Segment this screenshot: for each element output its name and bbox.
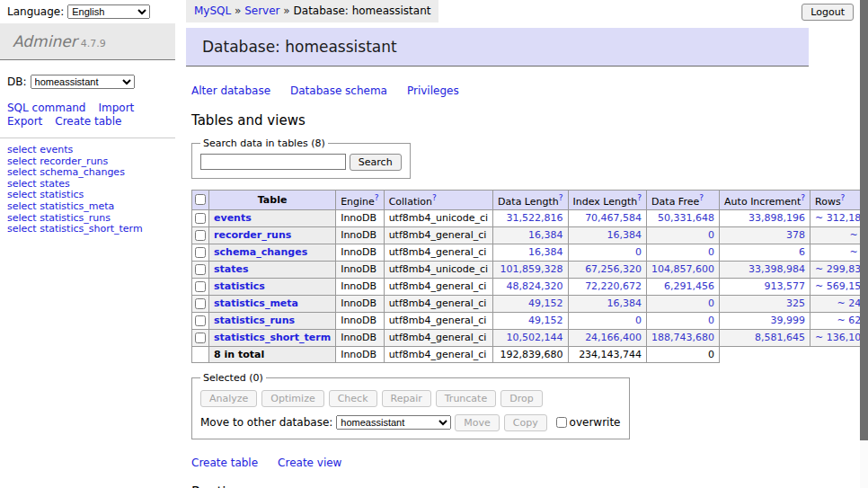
total-row: 8 in totalInnoDButf8mb4_general_ci192,83… — [192, 346, 868, 362]
auto-increment-cell: 8,581,645 — [720, 329, 810, 346]
search-input[interactable] — [200, 154, 346, 170]
scrollbar-thumb[interactable] — [860, 0, 868, 440]
search-button[interactable]: Search — [350, 154, 402, 171]
column-label: Data Free — [651, 196, 699, 208]
data-length-cell: 49,152 — [493, 312, 568, 329]
sidebar-item-select-statistics[interactable]: select statistics — [7, 189, 84, 200]
table-link-events[interactable]: events — [214, 212, 252, 224]
sidebar-item-select-recorder-runs[interactable]: select recorder_runs — [7, 155, 108, 167]
row-checkbox[interactable] — [195, 247, 206, 258]
sidebar-item-select-schema-changes[interactable]: select schema_changes — [7, 166, 125, 178]
sidebar-item-select-events[interactable]: select events — [7, 144, 73, 155]
collation-cell: utf8mb4_general_ci — [384, 312, 492, 329]
search-legend: Search data in tables (8) — [200, 138, 328, 149]
index-length-cell: 70,467,584 — [568, 209, 647, 226]
help-sup: ? — [801, 192, 805, 202]
total-engine-cell: InnoDB — [336, 346, 384, 362]
db-link-privileges[interactable]: Privileges — [407, 84, 459, 97]
select-all-checkbox[interactable] — [195, 194, 206, 205]
total-checkbox-cell — [192, 346, 209, 362]
sidebar-item-select-statistics-meta[interactable]: select statistics_meta — [7, 200, 114, 212]
check-button[interactable]: Check — [329, 390, 377, 407]
breadcrumb-separator: » — [280, 4, 294, 17]
table-name-cell: statistics_short_term — [209, 329, 336, 346]
logout-button[interactable]: Logout — [802, 4, 854, 21]
row-checkbox-cell — [192, 312, 209, 329]
move-button[interactable]: Move — [455, 414, 500, 431]
help-link-index-length[interactable]: ? — [637, 193, 642, 202]
create-link-create-view[interactable]: Create view — [278, 457, 341, 469]
sidebar-table-links: select eventsselect recorder_runsselect … — [0, 145, 175, 235]
total-data-free-cell: 0 — [647, 346, 720, 362]
db-link-database-schema[interactable]: Database schema — [290, 84, 387, 97]
overwrite-checkbox[interactable] — [556, 417, 567, 428]
tables-overview-table: TableEngine?Collation?Data Length?Index … — [191, 190, 868, 363]
index-length-cell: 72,220,672 — [568, 278, 647, 295]
help-link-collation[interactable]: ? — [432, 193, 437, 202]
help-link-auto-increment[interactable]: ? — [801, 193, 805, 202]
column-label: Rows — [815, 196, 841, 208]
breadcrumb-link-mysql[interactable]: MySQL — [194, 4, 231, 17]
collation-cell: utf8mb4_general_ci — [384, 226, 492, 244]
help-link-data-length[interactable]: ? — [559, 193, 563, 202]
db-select[interactable]: homeassistant — [31, 75, 135, 89]
collation-cell: utf8mb4_general_ci — [384, 295, 492, 312]
row-checkbox[interactable] — [195, 298, 206, 309]
copy-button[interactable]: Copy — [504, 414, 547, 431]
index-length-cell: 0 — [568, 244, 647, 261]
data-free-cell: 6,291,456 — [647, 278, 720, 295]
create-link-create-table[interactable]: Create table — [191, 457, 258, 469]
table-link-statistics-runs[interactable]: statistics_runs — [214, 315, 295, 326]
help-link-rows[interactable]: ? — [841, 193, 846, 202]
breadcrumb-link-server[interactable]: Server — [244, 4, 279, 17]
move-row: Move to other database:homeassistantMove… — [200, 414, 621, 431]
vertical-scrollbar[interactable] — [860, 0, 868, 488]
table-link-schema-changes[interactable]: schema_changes — [214, 246, 307, 258]
drop-button[interactable]: Drop — [500, 390, 542, 407]
column-header-data-length: Data Length? — [493, 191, 568, 210]
select-all-cell — [192, 191, 209, 210]
sidebar-item-select-statistics-runs[interactable]: select statistics_runs — [7, 212, 111, 224]
data-length-cell: 16,384 — [493, 226, 568, 244]
db-link-alter-database[interactable]: Alter database — [191, 84, 270, 97]
move-db-select[interactable]: homeassistant — [336, 415, 451, 430]
data-length-cell: 101,859,328 — [493, 261, 568, 278]
row-checkbox[interactable] — [195, 315, 206, 326]
table-link-statistics-short-term[interactable]: statistics_short_term — [214, 332, 331, 343]
table-link-recorder-runs[interactable]: recorder_runs — [214, 229, 291, 241]
data-length-cell: 48,824,320 — [493, 278, 568, 295]
sidebar-action-sql-command[interactable]: SQL command — [7, 102, 85, 115]
collation-cell: utf8mb4_unicode_ci — [384, 261, 492, 278]
data-length-cell: 49,152 — [493, 295, 568, 312]
help-link-data-free[interactable]: ? — [699, 193, 704, 202]
sidebar-item-select-states[interactable]: select states — [7, 178, 70, 190]
list-item: select statistics_short_term — [7, 224, 175, 235]
sidebar-action-import[interactable]: Import — [98, 102, 134, 115]
row-checkbox-cell — [192, 209, 209, 226]
table-link-states[interactable]: states — [214, 263, 249, 275]
move-buttons: MoveCopy — [455, 416, 551, 429]
sidebar-action-create-table[interactable]: Create table — [55, 115, 121, 129]
optimize-button[interactable]: Optimize — [261, 390, 323, 407]
table-link-statistics-meta[interactable]: statistics_meta — [214, 297, 298, 309]
sidebar-actions: SQL commandImportExportCreate table — [0, 102, 175, 138]
help-link-engine[interactable]: ? — [375, 193, 379, 202]
row-checkbox[interactable] — [195, 264, 206, 275]
sidebar-action-export[interactable]: Export — [7, 115, 42, 129]
analyze-button[interactable]: Analyze — [200, 390, 257, 407]
language-select[interactable]: English — [67, 4, 150, 19]
row-checkbox-cell — [192, 244, 209, 261]
sidebar-item-select-statistics-short-term[interactable]: select statistics_short_term — [7, 223, 143, 235]
row-checkbox[interactable] — [195, 213, 206, 224]
repair-button[interactable]: Repair — [382, 390, 431, 407]
row-checkbox[interactable] — [195, 230, 206, 241]
table-row: statistics_short_termInnoDButf8mb4_gener… — [192, 329, 868, 346]
data-free-cell: 104,857,600 — [647, 261, 720, 278]
table-row: statesInnoDButf8mb4_unicode_ci101,859,32… — [192, 261, 868, 278]
engine-cell: InnoDB — [336, 226, 384, 244]
row-checkbox[interactable] — [195, 281, 206, 292]
truncate-button[interactable]: Truncate — [436, 390, 496, 407]
row-checkbox[interactable] — [195, 333, 206, 343]
table-link-statistics[interactable]: statistics — [214, 280, 265, 292]
auto-increment-cell: 39,999 — [720, 312, 810, 329]
